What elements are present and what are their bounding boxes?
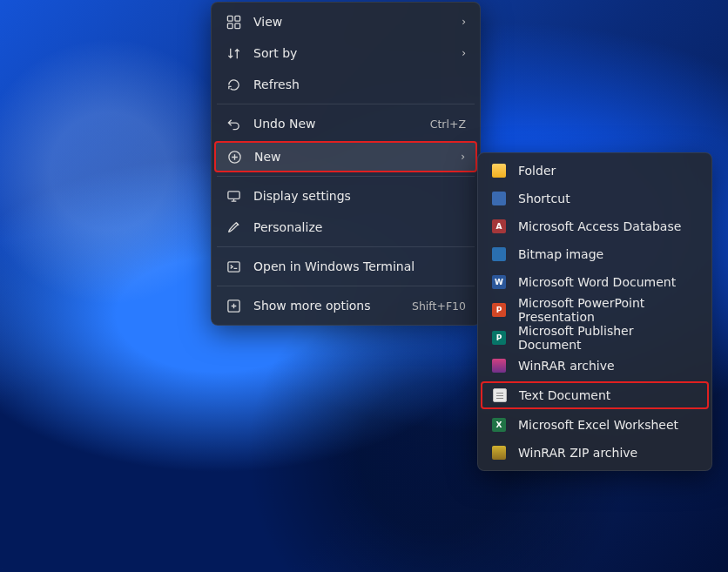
folder-icon <box>492 164 506 178</box>
terminal-icon <box>226 259 241 274</box>
submenu-label: Text Document <box>519 388 697 402</box>
bitmap-icon <box>492 247 506 261</box>
separator <box>217 104 475 104</box>
menu-label: View <box>253 15 439 29</box>
menu-item-open-terminal[interactable]: Open in Windows Terminal <box>215 251 476 282</box>
submenu-label: WinRAR ZIP archive <box>518 446 698 460</box>
menu-label: Open in Windows Terminal <box>253 259 466 273</box>
powerpoint-icon: P <box>492 303 506 317</box>
submenu-label: Microsoft Excel Worksheet <box>518 418 698 432</box>
menu-item-sort-by[interactable]: Sort by › <box>215 37 476 69</box>
chevron-right-icon: › <box>451 16 466 28</box>
menu-label: New <box>254 150 438 164</box>
svg-rect-6 <box>227 261 239 271</box>
submenu-label: Bitmap image <box>518 247 698 261</box>
more-options-icon <box>226 298 241 313</box>
view-icon <box>226 14 241 30</box>
menu-shortcut: Ctrl+Z <box>420 118 466 131</box>
svg-rect-0 <box>227 16 233 21</box>
submenu-item-publisher[interactable]: P Microsoft Publisher Document <box>482 324 708 352</box>
menu-item-refresh[interactable]: Refresh <box>215 69 476 100</box>
word-icon: W <box>492 275 506 289</box>
sort-icon <box>226 45 241 61</box>
new-submenu: Folder Shortcut A Microsoft Access Datab… <box>477 152 712 471</box>
submenu-label: WinRAR archive <box>518 359 698 373</box>
submenu-label: Shortcut <box>518 192 698 205</box>
winrar-icon <box>492 359 506 373</box>
desktop-context-menu: View › Sort by › Refresh Undo New Ctrl+Z… <box>211 2 481 326</box>
submenu-item-text-document[interactable]: Text Document <box>481 381 709 409</box>
menu-label: Show more options <box>253 299 389 313</box>
menu-label: Sort by <box>253 46 439 60</box>
submenu-item-winrar[interactable]: WinRAR archive <box>482 352 708 380</box>
refresh-icon <box>226 77 241 92</box>
undo-icon <box>226 116 241 131</box>
menu-item-new[interactable]: New › <box>214 141 477 172</box>
submenu-label: Microsoft Word Document <box>518 275 698 289</box>
new-icon <box>226 149 242 165</box>
menu-label: Undo New <box>253 117 408 131</box>
access-icon: A <box>492 219 506 233</box>
menu-label: Display settings <box>253 189 466 203</box>
text-document-icon <box>493 388 507 402</box>
submenu-item-shortcut[interactable]: Shortcut <box>482 185 708 212</box>
svg-rect-2 <box>227 23 233 28</box>
chevron-right-icon: › <box>451 47 466 59</box>
menu-label: Refresh <box>253 77 466 91</box>
publisher-icon: P <box>492 331 506 345</box>
menu-item-display-settings[interactable]: Display settings <box>215 180 476 212</box>
menu-shortcut: Shift+F10 <box>401 299 466 313</box>
separator <box>217 246 475 247</box>
submenu-item-word[interactable]: W Microsoft Word Document <box>482 268 708 296</box>
zip-icon <box>492 446 506 460</box>
svg-rect-1 <box>234 16 239 21</box>
menu-label: Personalize <box>253 220 466 234</box>
svg-rect-5 <box>227 191 239 199</box>
menu-item-undo-new[interactable]: Undo New Ctrl+Z <box>215 108 476 139</box>
excel-icon: X <box>492 418 506 432</box>
submenu-item-excel[interactable]: X Microsoft Excel Worksheet <box>482 411 708 439</box>
submenu-label: Folder <box>518 164 698 178</box>
submenu-item-bitmap[interactable]: Bitmap image <box>482 240 708 268</box>
submenu-label: Microsoft Access Database <box>518 219 698 233</box>
submenu-item-winrar-zip[interactable]: WinRAR ZIP archive <box>482 439 708 467</box>
submenu-label: Microsoft Publisher Document <box>518 324 698 352</box>
chevron-right-icon: › <box>450 151 465 163</box>
submenu-item-powerpoint[interactable]: P Microsoft PowerPoint Presentation <box>482 296 708 324</box>
separator <box>217 176 475 177</box>
display-settings-icon <box>226 188 241 204</box>
personalize-icon <box>226 219 241 235</box>
submenu-item-access[interactable]: A Microsoft Access Database <box>482 212 708 240</box>
menu-item-personalize[interactable]: Personalize <box>215 212 476 243</box>
submenu-label: Microsoft PowerPoint Presentation <box>518 296 698 324</box>
menu-item-view[interactable]: View › <box>215 6 476 37</box>
svg-rect-3 <box>234 23 239 28</box>
separator <box>217 286 475 286</box>
shortcut-icon <box>492 192 506 205</box>
menu-item-show-more-options[interactable]: Show more options Shift+F10 <box>215 290 476 321</box>
submenu-item-folder[interactable]: Folder <box>482 157 708 185</box>
